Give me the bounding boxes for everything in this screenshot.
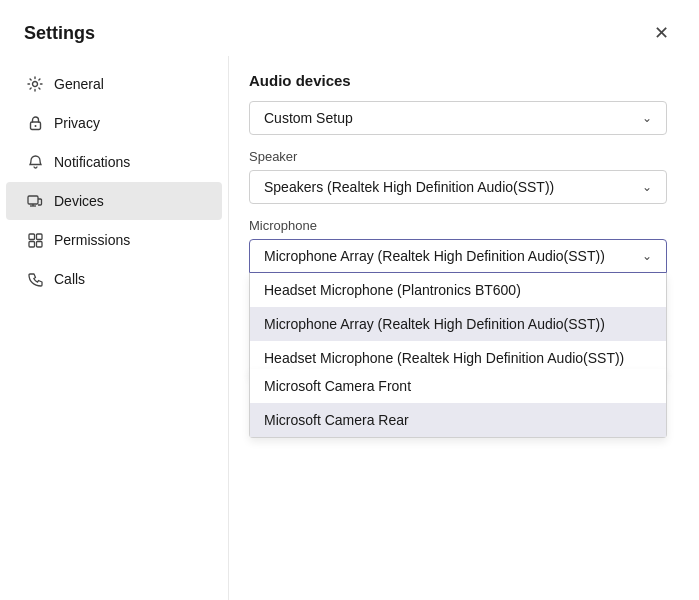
audio-section-title: Audio devices [249, 72, 667, 89]
svg-rect-9 [36, 241, 42, 247]
chevron-down-icon: ⌄ [642, 111, 652, 125]
microphone-label: Microphone [249, 218, 667, 233]
svg-rect-8 [29, 241, 35, 247]
gear-icon [26, 75, 44, 93]
microphone-button[interactable]: Microphone Array (Realtek High Definitio… [249, 239, 667, 273]
sidebar-item-privacy[interactable]: Privacy [6, 104, 222, 142]
svg-rect-3 [28, 196, 38, 204]
phone-icon [26, 270, 44, 288]
dialog-body: General Privacy [0, 56, 699, 600]
device-icon [26, 192, 44, 210]
svg-rect-7 [36, 234, 42, 240]
svg-rect-6 [29, 234, 35, 240]
speaker-dropdown: Speakers (Realtek High Definition Audio(… [249, 170, 667, 204]
settings-dialog: Settings ✕ General [0, 0, 699, 600]
audio-devices-value: Custom Setup [264, 110, 353, 126]
sidebar-label-calls: Calls [54, 271, 85, 287]
sidebar-item-general[interactable]: General [6, 65, 222, 103]
speaker-button[interactable]: Speakers (Realtek High Definition Audio(… [249, 170, 667, 204]
sidebar-label-general: General [54, 76, 104, 92]
close-button[interactable]: ✕ [648, 20, 675, 46]
svg-point-2 [34, 125, 36, 127]
audio-devices-dropdown: Custom Setup ⌄ [249, 101, 667, 135]
svg-point-0 [33, 82, 38, 87]
sidebar-item-calls[interactable]: Calls [6, 260, 222, 298]
chevron-down-icon: ⌄ [642, 249, 652, 263]
dialog-title: Settings [24, 23, 95, 44]
sidebar-label-notifications: Notifications [54, 154, 130, 170]
dialog-header: Settings ✕ [0, 0, 699, 56]
sidebar-label-permissions: Permissions [54, 232, 130, 248]
microphone-option-1[interactable]: Microphone Array (Realtek High Definitio… [250, 307, 666, 341]
grid-icon [26, 231, 44, 249]
sidebar-label-privacy: Privacy [54, 115, 100, 131]
speaker-value: Speakers (Realtek High Definition Audio(… [264, 179, 554, 195]
speaker-label: Speaker [249, 149, 667, 164]
microphone-option-0[interactable]: Headset Microphone (Plantronics BT600) [250, 273, 666, 307]
microphone-options-list: Headset Microphone (Plantronics BT600) M… [249, 273, 667, 376]
audio-devices-button[interactable]: Custom Setup ⌄ [249, 101, 667, 135]
sidebar: General Privacy [0, 56, 228, 600]
camera-option-0[interactable]: Microsoft Camera Front [250, 369, 666, 403]
main-content: Audio devices Custom Setup ⌄ Speaker Spe… [228, 56, 699, 600]
lock-icon [26, 114, 44, 132]
sidebar-label-devices: Devices [54, 193, 104, 209]
camera-options-list: Microsoft Camera Front Microsoft Camera … [249, 369, 667, 438]
sidebar-item-devices[interactable]: Devices [6, 182, 222, 220]
sidebar-item-permissions[interactable]: Permissions [6, 221, 222, 259]
sidebar-item-notifications[interactable]: Notifications [6, 143, 222, 181]
camera-option-1[interactable]: Microsoft Camera Rear [250, 403, 666, 437]
chevron-down-icon: ⌄ [642, 180, 652, 194]
bell-icon [26, 153, 44, 171]
microphone-value: Microphone Array (Realtek High Definitio… [264, 248, 605, 264]
microphone-dropdown: Microphone Array (Realtek High Definitio… [249, 239, 667, 273]
